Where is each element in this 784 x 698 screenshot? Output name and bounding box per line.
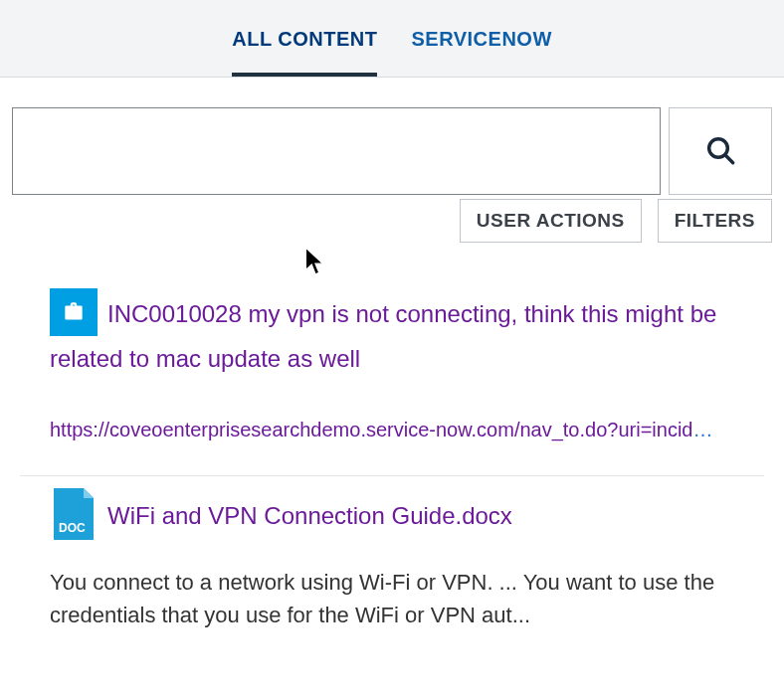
header-bar: ALL CONTENT SERVICENOW bbox=[0, 0, 784, 78]
tab-all-content[interactable]: ALL CONTENT bbox=[232, 28, 377, 77]
filters-button[interactable]: FILTERS bbox=[658, 199, 772, 243]
briefcase-icon bbox=[50, 288, 98, 336]
content-area: USER ACTIONS FILTERS INC0010028 my vpn i… bbox=[0, 78, 784, 665]
result-url-text: https://coveoenterprisesearchdemo.servic… bbox=[50, 419, 692, 440]
tab-servicenow[interactable]: SERVICENOW bbox=[411, 28, 551, 77]
results-list: INC0010028 my vpn is not connecting, thi… bbox=[12, 243, 772, 665]
search-row bbox=[12, 107, 772, 195]
svg-text:DOC: DOC bbox=[59, 521, 86, 535]
result-url-ellipsis: … bbox=[692, 419, 712, 440]
result-title-link[interactable]: WiFi and VPN Connection Guide.docx bbox=[107, 503, 512, 530]
search-icon bbox=[704, 134, 736, 169]
doc-file-icon: DOC bbox=[50, 490, 98, 538]
svg-line-1 bbox=[725, 155, 732, 162]
result-item: INC0010028 my vpn is not connecting, thi… bbox=[20, 274, 764, 476]
tabs: ALL CONTENT SERVICENOW bbox=[0, 0, 784, 77]
search-input[interactable] bbox=[12, 107, 661, 195]
search-button[interactable] bbox=[669, 107, 772, 195]
result-snippet: You connect to a network using Wi-Fi or … bbox=[50, 566, 734, 631]
result-title-link[interactable]: INC0010028 my vpn is not connecting, thi… bbox=[50, 300, 716, 372]
result-title-row: DOC WiFi and VPN Connection Guide.docx bbox=[50, 494, 734, 542]
action-row: USER ACTIONS FILTERS bbox=[12, 199, 772, 243]
result-url[interactable]: https://coveoenterprisesearchdemo.servic… bbox=[50, 419, 734, 441]
result-title-row: INC0010028 my vpn is not connecting, thi… bbox=[50, 292, 734, 377]
user-actions-button[interactable]: USER ACTIONS bbox=[460, 199, 642, 243]
result-item: DOC WiFi and VPN Connection Guide.docx Y… bbox=[20, 476, 764, 665]
